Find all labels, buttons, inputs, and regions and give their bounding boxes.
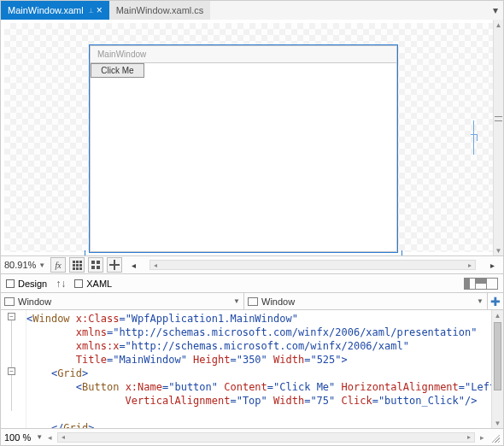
split-vertical-button[interactable]: [464, 278, 476, 290]
element-icon: [4, 297, 15, 306]
nav-back-button[interactable]: ◂: [48, 433, 52, 442]
tab-label: MainWindow.xaml: [8, 5, 84, 15]
editor-root: MainWindow.xaml ⟂ × MainWindow.xaml.cs ▾…: [0, 0, 504, 446]
add-handler-button[interactable]: ✚: [488, 293, 503, 309]
scroll-left-icon[interactable]: ◂: [150, 261, 161, 269]
xaml-code-editor[interactable]: − − <Window x:Class="WpfApplication1.Mai…: [1, 310, 503, 428]
effects-fx-button[interactable]: fx: [50, 257, 66, 273]
fx-icon: fx: [55, 261, 61, 270]
splitter-grip-icon[interactable]: [495, 116, 502, 121]
document-tabstrip: MainWindow.xaml ⟂ × MainWindow.xaml.cs ▾: [1, 1, 503, 20]
scroll-right-button[interactable]: ▸: [484, 257, 500, 273]
xaml-pane-label: XAML: [86, 279, 112, 289]
chevron-down-icon: ▼: [233, 297, 240, 305]
zoom-value: 80.91%: [4, 260, 36, 270]
snap-lines-button[interactable]: [107, 257, 122, 273]
scroll-left-button[interactable]: ◂: [126, 257, 141, 273]
design-icon: [6, 279, 15, 288]
grid-icon: [73, 261, 82, 270]
scroll-down-icon[interactable]: ▼: [494, 245, 503, 255]
breadcrumb-right[interactable]: Window ▼: [244, 293, 488, 309]
close-icon[interactable]: ×: [97, 4, 103, 16]
editor-zoom-value[interactable]: 100 %: [4, 432, 31, 443]
resize-grip-icon[interactable]: [489, 432, 500, 443]
scroll-right-icon[interactable]: ▸: [465, 261, 475, 269]
breadcrumb-left-label: Window: [18, 296, 230, 307]
chevron-down-icon: ▼: [38, 261, 45, 269]
scroll-track[interactable]: [494, 30, 503, 245]
editor-gutter: − −: [1, 310, 26, 428]
scroll-right-icon[interactable]: ▸: [464, 433, 474, 442]
alignment-tick: [471, 134, 478, 141]
split-collapse-button[interactable]: [486, 278, 498, 290]
designer-vertical-scrollbar[interactable]: ▲ ▼: [493, 20, 503, 255]
fold-toggle[interactable]: −: [8, 367, 15, 375]
design-pane-tab[interactable]: Design: [6, 279, 47, 289]
tab-overflow-dropdown[interactable]: ▾: [488, 1, 503, 20]
preview-button-label: Click Me: [101, 66, 133, 75]
split-orientation-buttons: [465, 278, 498, 290]
xaml-pane-tab[interactable]: XAML: [74, 279, 112, 289]
chevron-down-icon[interactable]: ▼: [36, 433, 43, 441]
outline-guide: [11, 314, 12, 411]
snap-grid-button[interactable]: [88, 257, 103, 273]
design-pane-label: Design: [18, 279, 47, 289]
scroll-thumb[interactable]: [494, 322, 501, 390]
preview-window[interactable]: MainWindow Click Me: [90, 45, 397, 252]
breadcrumb-left[interactable]: Window ▼: [1, 293, 244, 309]
xaml-designer-surface[interactable]: MainWindow Click Me ▲ ▼: [1, 20, 503, 255]
scroll-down-icon[interactable]: ▼: [492, 418, 503, 428]
pin-icon[interactable]: ⟂: [89, 6, 93, 15]
scroll-up-icon[interactable]: ▲: [494, 20, 503, 30]
breadcrumb-right-label: Window: [261, 296, 473, 307]
design-xaml-splitbar: Design ↑↓ XAML: [1, 274, 503, 293]
tab-mainwindow-xaml[interactable]: MainWindow.xaml ⟂ ×: [1, 1, 109, 20]
xaml-breadcrumb-row: Window ▼ Window ▼ ✚: [1, 293, 503, 310]
scroll-left-icon[interactable]: ◂: [58, 433, 68, 442]
xaml-icon: [74, 279, 83, 288]
preview-client-area[interactable]: Click Me: [90, 62, 397, 252]
split-horizontal-button[interactable]: [475, 278, 487, 290]
chevron-down-icon: ▼: [477, 297, 483, 305]
editor-horizontal-scrollbar[interactable]: ◂ ▸: [57, 432, 475, 443]
editor-status-bar: 100 % ▼ ◂ ◂ ▸ ▸: [1, 428, 503, 445]
snap-grid-icon: [91, 261, 100, 269]
tab-mainwindow-xaml-cs[interactable]: MainWindow.xaml.cs: [109, 1, 211, 20]
grid-toggle-button[interactable]: [69, 257, 85, 273]
swap-panes-button[interactable]: ↑↓: [56, 278, 66, 290]
designer-horizontal-scrollbar[interactable]: ◂ ▸: [149, 260, 476, 270]
scroll-up-icon[interactable]: ▲: [492, 310, 503, 320]
nav-fwd-button[interactable]: ▸: [480, 433, 484, 442]
code-content[interactable]: <Window x:Class="WpfApplication1.MainWin…: [26, 312, 491, 428]
element-icon: [248, 297, 258, 306]
snaplines-icon: [109, 260, 120, 270]
designer-toolbar: 80.91% ▼ fx ◂ ◂ ▸ ▸: [1, 255, 503, 274]
fold-toggle[interactable]: −: [8, 313, 15, 320]
zoom-combo[interactable]: 80.91% ▼: [4, 260, 47, 270]
tab-label: MainWindow.xaml.cs: [116, 5, 204, 15]
preview-click-me-button[interactable]: Click Me: [91, 63, 144, 78]
editor-vertical-scrollbar[interactable]: ▲ ▼: [491, 310, 503, 428]
